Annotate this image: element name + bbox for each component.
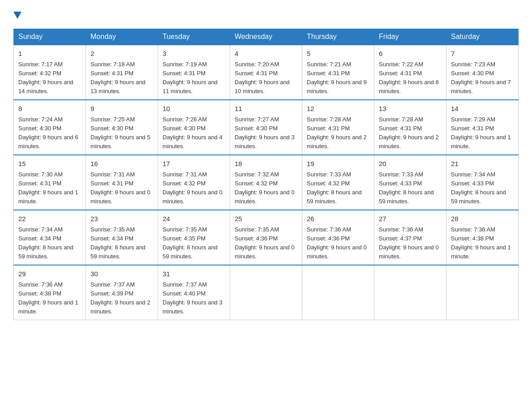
day-number: 30 <box>90 269 153 279</box>
calendar-cell: 18 Sunrise: 7:32 AMSunset: 4:32 PMDaylig… <box>230 155 302 210</box>
day-info: Sunrise: 7:28 AMSunset: 4:31 PMDaylight:… <box>379 115 442 151</box>
day-info: Sunrise: 7:17 AMSunset: 4:32 PMDaylight:… <box>18 60 81 96</box>
day-number: 23 <box>90 214 153 224</box>
day-info: Sunrise: 7:21 AMSunset: 4:31 PMDaylight:… <box>307 60 369 96</box>
day-number: 10 <box>163 104 225 114</box>
day-info: Sunrise: 7:33 AMSunset: 4:33 PMDaylight:… <box>379 170 442 206</box>
day-number: 1 <box>18 49 81 59</box>
day-info: Sunrise: 7:36 AMSunset: 4:37 PMDaylight:… <box>379 225 442 261</box>
logo-arrow-icon <box>13 10 21 21</box>
calendar-table: SundayMondayTuesdayWednesdayThursdayFrid… <box>13 29 519 320</box>
day-info: Sunrise: 7:24 AMSunset: 4:30 PMDaylight:… <box>18 115 81 151</box>
day-number: 2 <box>90 49 153 59</box>
day-number: 22 <box>18 214 81 224</box>
calendar-cell: 21 Sunrise: 7:34 AMSunset: 4:33 PMDaylig… <box>446 155 519 210</box>
day-info: Sunrise: 7:29 AMSunset: 4:31 PMDaylight:… <box>451 115 514 151</box>
header-thursday: Thursday <box>302 29 374 45</box>
day-info: Sunrise: 7:22 AMSunset: 4:31 PMDaylight:… <box>379 60 442 96</box>
day-info: Sunrise: 7:32 AMSunset: 4:32 PMDaylight:… <box>235 170 297 206</box>
day-number: 12 <box>307 104 369 114</box>
calendar-cell: 13 Sunrise: 7:28 AMSunset: 4:31 PMDaylig… <box>374 100 446 155</box>
day-number: 20 <box>379 159 442 169</box>
day-info: Sunrise: 7:35 AMSunset: 4:35 PMDaylight:… <box>163 225 225 261</box>
day-number: 27 <box>379 214 442 224</box>
day-info: Sunrise: 7:36 AMSunset: 4:38 PMDaylight:… <box>451 225 514 261</box>
day-number: 11 <box>235 104 297 114</box>
calendar-cell: 16 Sunrise: 7:31 AMSunset: 4:31 PMDaylig… <box>86 155 158 210</box>
day-number: 9 <box>90 104 153 114</box>
calendar-cell <box>302 265 374 320</box>
day-number: 31 <box>163 269 225 279</box>
header-wednesday: Wednesday <box>230 29 302 45</box>
day-info: Sunrise: 7:35 AMSunset: 4:34 PMDaylight:… <box>90 225 153 261</box>
day-info: Sunrise: 7:26 AMSunset: 4:30 PMDaylight:… <box>163 115 225 151</box>
calendar-cell: 8 Sunrise: 7:24 AMSunset: 4:30 PMDayligh… <box>14 100 86 155</box>
day-info: Sunrise: 7:28 AMSunset: 4:31 PMDaylight:… <box>307 115 369 151</box>
day-info: Sunrise: 7:33 AMSunset: 4:32 PMDaylight:… <box>307 170 369 206</box>
header-sunday: Sunday <box>14 29 86 45</box>
calendar-cell: 11 Sunrise: 7:27 AMSunset: 4:30 PMDaylig… <box>230 100 302 155</box>
day-info: Sunrise: 7:19 AMSunset: 4:31 PMDaylight:… <box>163 60 225 96</box>
calendar-cell: 4 Sunrise: 7:20 AMSunset: 4:31 PMDayligh… <box>230 45 302 100</box>
day-number: 7 <box>451 49 514 59</box>
day-number: 13 <box>379 104 442 114</box>
calendar-header-row: SundayMondayTuesdayWednesdayThursdayFrid… <box>14 29 519 45</box>
calendar-cell: 23 Sunrise: 7:35 AMSunset: 4:34 PMDaylig… <box>86 210 158 265</box>
day-number: 17 <box>163 159 225 169</box>
calendar-cell <box>230 265 302 320</box>
calendar-week-row: 29 Sunrise: 7:36 AMSunset: 4:38 PMDaylig… <box>14 265 519 320</box>
day-number: 16 <box>90 159 153 169</box>
calendar-cell: 10 Sunrise: 7:26 AMSunset: 4:30 PMDaylig… <box>158 100 230 155</box>
day-number: 4 <box>235 49 297 59</box>
calendar-cell: 28 Sunrise: 7:36 AMSunset: 4:38 PMDaylig… <box>446 210 519 265</box>
day-info: Sunrise: 7:34 AMSunset: 4:34 PMDaylight:… <box>18 225 81 261</box>
calendar-cell: 2 Sunrise: 7:18 AMSunset: 4:31 PMDayligh… <box>86 45 158 100</box>
calendar-cell: 19 Sunrise: 7:33 AMSunset: 4:32 PMDaylig… <box>302 155 374 210</box>
calendar-cell: 5 Sunrise: 7:21 AMSunset: 4:31 PMDayligh… <box>302 45 374 100</box>
header-saturday: Saturday <box>446 29 519 45</box>
calendar-cell: 27 Sunrise: 7:36 AMSunset: 4:37 PMDaylig… <box>374 210 446 265</box>
day-number: 15 <box>18 159 81 169</box>
calendar-cell: 24 Sunrise: 7:35 AMSunset: 4:35 PMDaylig… <box>158 210 230 265</box>
calendar-cell: 31 Sunrise: 7:37 AMSunset: 4:40 PMDaylig… <box>158 265 230 320</box>
day-number: 26 <box>307 214 369 224</box>
day-info: Sunrise: 7:30 AMSunset: 4:31 PMDaylight:… <box>18 170 81 206</box>
calendar-cell: 15 Sunrise: 7:30 AMSunset: 4:31 PMDaylig… <box>14 155 86 210</box>
calendar-cell: 14 Sunrise: 7:29 AMSunset: 4:31 PMDaylig… <box>446 100 519 155</box>
day-number: 8 <box>18 104 81 114</box>
calendar-cell: 3 Sunrise: 7:19 AMSunset: 4:31 PMDayligh… <box>158 45 230 100</box>
day-number: 28 <box>451 214 514 224</box>
calendar-cell: 25 Sunrise: 7:35 AMSunset: 4:36 PMDaylig… <box>230 210 302 265</box>
header-friday: Friday <box>374 29 446 45</box>
svg-marker-0 <box>13 12 21 19</box>
day-info: Sunrise: 7:31 AMSunset: 4:32 PMDaylight:… <box>163 170 225 206</box>
day-info: Sunrise: 7:36 AMSunset: 4:36 PMDaylight:… <box>307 225 369 261</box>
calendar-cell: 26 Sunrise: 7:36 AMSunset: 4:36 PMDaylig… <box>302 210 374 265</box>
calendar-cell <box>374 265 446 320</box>
calendar-cell: 29 Sunrise: 7:36 AMSunset: 4:38 PMDaylig… <box>14 265 86 320</box>
day-info: Sunrise: 7:36 AMSunset: 4:38 PMDaylight:… <box>18 280 81 317</box>
calendar-cell: 9 Sunrise: 7:25 AMSunset: 4:30 PMDayligh… <box>86 100 158 155</box>
day-info: Sunrise: 7:37 AMSunset: 4:40 PMDaylight:… <box>163 280 225 317</box>
day-info: Sunrise: 7:34 AMSunset: 4:33 PMDaylight:… <box>451 170 514 206</box>
calendar-cell: 1 Sunrise: 7:17 AMSunset: 4:32 PMDayligh… <box>14 45 86 100</box>
day-number: 29 <box>18 269 81 279</box>
calendar-cell <box>446 265 519 320</box>
day-number: 14 <box>451 104 514 114</box>
calendar-week-row: 15 Sunrise: 7:30 AMSunset: 4:31 PMDaylig… <box>14 155 519 210</box>
logo <box>13 9 21 21</box>
calendar-week-row: 8 Sunrise: 7:24 AMSunset: 4:30 PMDayligh… <box>14 100 519 155</box>
calendar-week-row: 22 Sunrise: 7:34 AMSunset: 4:34 PMDaylig… <box>14 210 519 265</box>
day-info: Sunrise: 7:31 AMSunset: 4:31 PMDaylight:… <box>90 170 153 206</box>
day-number: 21 <box>451 159 514 169</box>
calendar-cell: 12 Sunrise: 7:28 AMSunset: 4:31 PMDaylig… <box>302 100 374 155</box>
day-info: Sunrise: 7:27 AMSunset: 4:30 PMDaylight:… <box>235 115 297 151</box>
page-header <box>13 9 519 21</box>
day-info: Sunrise: 7:23 AMSunset: 4:30 PMDaylight:… <box>451 60 514 96</box>
calendar-cell: 30 Sunrise: 7:37 AMSunset: 4:39 PMDaylig… <box>86 265 158 320</box>
day-info: Sunrise: 7:20 AMSunset: 4:31 PMDaylight:… <box>235 60 297 96</box>
calendar-cell: 20 Sunrise: 7:33 AMSunset: 4:33 PMDaylig… <box>374 155 446 210</box>
day-info: Sunrise: 7:25 AMSunset: 4:30 PMDaylight:… <box>90 115 153 151</box>
day-number: 19 <box>307 159 369 169</box>
day-number: 5 <box>307 49 369 59</box>
